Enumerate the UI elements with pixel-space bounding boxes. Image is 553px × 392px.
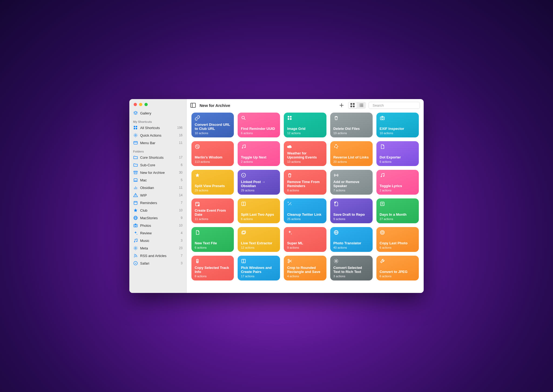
sparkle-icon [287,230,292,235]
shortcut-card[interactable]: Live Text Extractor 12 actions [238,227,280,252]
shortcut-card[interactable]: New Text File 6 actions [191,227,234,252]
shortcut-card[interactable]: Save Draft to Repo 9 actions [330,198,373,223]
brain-icon [195,144,200,149]
shortcut-card[interactable]: Create Event From Date 11 actions [191,198,234,223]
shortcut-action-count: 29 actions [195,189,231,192]
trash-icon [287,173,292,178]
shortcut-card[interactable]: Photo Translator 40 actions [330,227,373,252]
shortcut-title: Toggle Up Next [241,155,277,160]
shortcut-action-count: 12 actions [241,246,277,249]
grid-four-icon [287,115,292,121]
shortcut-title: Split Last Two Apps [241,212,277,217]
antenna-icon [333,173,339,178]
shortcut-card[interactable]: Split Last Two Apps 6 actions [238,198,280,223]
shortcut-card[interactable]: Convert to JPEG 6 actions [376,256,419,281]
shortcut-card[interactable]: Toggle Lyrics 2 actions [376,170,419,195]
note-icon [380,201,385,207]
shortcut-card[interactable]: Find Reminder UUID 6 actions [238,113,280,137]
music-icon [380,173,385,178]
shortcut-card[interactable]: Days In a Month 27 actions [376,198,419,223]
gear-icon [333,258,339,264]
shortcut-action-count: 4 actions [287,275,323,278]
book-icon [241,201,246,207]
shortcut-card[interactable]: Linked Post → Obsidian 29 actions [238,170,280,195]
shortcut-title: Create Event From Date [195,208,231,217]
shortcut-title: Convert Discord URL to Club URL [195,123,231,131]
target-icon [380,230,385,235]
shortcut-action-count: 19 actions [333,131,369,135]
shortcut-card[interactable]: Copy Last Photo 6 actions [376,227,419,252]
shortcut-card[interactable]: Weather for Upcoming Events 13 actions [284,141,326,166]
shortcut-card[interactable]: Toggle Up Next 2 actions [238,141,280,166]
shortcut-card[interactable]: Split View Presets 29 actions [191,170,234,195]
shortcut-action-count: 17 actions [241,275,277,278]
calendar-add-icon [195,201,200,207]
shortcut-action-count: 9 actions [287,246,323,249]
shortcut-card[interactable]: Remove Time From Reminders 8 actions [284,170,326,195]
shortcut-card[interactable]: Convert Discord URL to Club URL 10 actio… [191,113,234,137]
shortcut-card[interactable]: Convert Selected Text to Rich Text 3 act… [330,256,373,281]
document-icon [195,230,200,235]
shortcut-action-count: 13 actions [287,160,323,163]
shortcut-action-count: 25 actions [287,217,323,221]
wand-icon [287,201,292,207]
shortcut-title: Add or Remove Speaker [333,180,369,188]
shortcut-title: Super ML [287,241,323,245]
stack-icon [241,230,246,235]
shortcut-title: Merlin's Wisdom [195,155,231,160]
shortcut-title: Days In a Month [380,212,416,217]
shortcut-card[interactable]: Delete Old Files 19 actions [330,113,373,137]
shortcut-action-count: 2 actions [380,189,416,192]
shortcut-card[interactable]: EXIF Inspector 10 actions [376,113,419,137]
shortcut-action-count: 40 actions [333,246,369,249]
shortcut-action-count: 113 actions [195,160,231,163]
shortcut-action-count: 6 actions [380,275,416,278]
shortcut-title: Remove Time From Reminders [287,180,323,188]
shortcut-title: Delete Old Files [333,127,369,131]
page-badge-icon [333,201,339,207]
shortcut-action-count: 8 actions [287,189,323,192]
shortcut-card[interactable]: Dot Exporter 6 actions [376,141,419,166]
shortcut-card[interactable]: Merlin's Wisdom 113 actions [191,141,234,166]
shortcut-action-count: 6 actions [380,160,416,163]
shortcut-card[interactable]: Image Grid 12 actions [284,113,326,137]
shortcut-title: Cleanup Twitter Link [287,212,323,217]
shortcut-card[interactable]: Add or Remove Speaker 7 actions [330,170,373,195]
shortcut-card[interactable]: Reverse List of Links 20 actions [330,141,373,166]
shortcut-action-count: 2 actions [241,160,277,163]
music-icon [241,144,246,149]
globe-icon [333,230,339,235]
shortcut-card[interactable]: Pick Windows and Create Pairs 17 actions [238,256,280,281]
scissors-icon [287,258,292,264]
shortcut-action-count: 7 actions [333,189,369,192]
shortcut-title: Reverse List of Links [333,155,369,160]
shortcut-action-count: 10 actions [380,131,416,135]
shortcut-title: Live Text Extractor [241,241,277,245]
shortcut-title: Copy Last Photo [380,241,416,245]
star-icon [195,173,200,178]
cloud-icon [287,144,292,149]
shortcut-action-count: 6 actions [241,217,277,221]
shortcut-action-count: 6 actions [241,131,277,135]
shortcut-card[interactable]: Super ML 9 actions [284,227,326,252]
shortcut-action-count: 20 actions [333,160,369,163]
shortcut-card[interactable]: Cleanup Twitter Link 25 actions [284,198,326,223]
shortcut-action-count: 9 actions [333,217,369,221]
shortcut-action-count: 10 actions [195,131,231,135]
trash-icon [333,115,339,121]
shortcut-title: Pick Windows and Create Pairs [241,266,277,274]
shortcut-title: Linked Post → Obsidian [241,180,277,188]
shortcut-action-count: 27 actions [380,217,416,221]
shortcut-action-count: 3 actions [333,275,369,278]
shortcut-title: Split View Presets [195,184,231,188]
shortcut-title: Toggle Lyrics [380,184,416,188]
shortcut-title: Weather for Upcoming Events [287,151,323,160]
recycle-icon [333,144,339,149]
camera-icon [380,115,385,121]
shortcut-title: Convert to JPEG [380,270,416,274]
document-icon [380,144,385,149]
shortcut-card[interactable]: Copy Selected Track Info 8 actions [191,256,234,281]
shortcut-action-count: 6 actions [380,246,416,249]
shortcut-card[interactable]: Crop to Rounded Rectangle and Save 4 act… [284,256,326,281]
shortcut-action-count: 11 actions [195,217,231,221]
